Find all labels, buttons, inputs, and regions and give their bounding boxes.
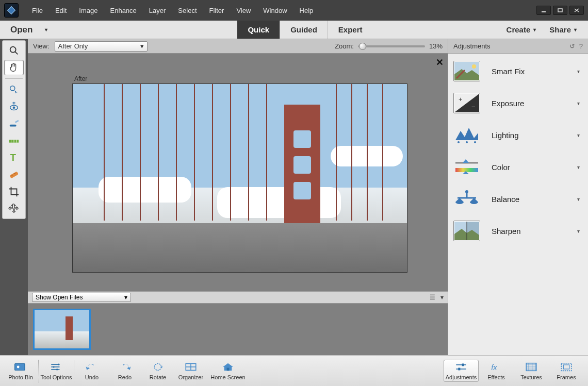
adj-label: Smart Fix <box>492 67 525 76</box>
rotate-button[interactable]: Rotate <box>141 361 174 380</box>
svg-point-23 <box>17 366 20 368</box>
tool-hand[interactable] <box>4 60 24 75</box>
adjustments-header: Adjustments ↺ ? <box>448 39 588 54</box>
balance-icon <box>453 189 480 209</box>
svg-point-7 <box>10 86 15 91</box>
home-screen-button[interactable]: Home Screen <box>207 361 249 380</box>
tool-straighten[interactable] <box>4 133 24 148</box>
chevron-down-icon: ▾ <box>577 69 583 74</box>
menu-window[interactable]: Window <box>257 7 293 14</box>
reset-icon[interactable]: ↺ <box>569 42 575 50</box>
menu-filter[interactable]: Filter <box>203 7 231 14</box>
adj-sharpen[interactable]: Sharpen ▾ <box>453 221 583 241</box>
tool-move[interactable] <box>4 201 24 216</box>
maximize-button[interactable] <box>553 6 567 15</box>
organizer-button[interactable]: Organizer <box>174 361 207 380</box>
bottom-toolbar: Photo Bin Tool Options Undo Redo Rotate … <box>0 355 588 386</box>
open-button[interactable]: Open ▾ <box>0 21 72 39</box>
tool-crop[interactable] <box>4 184 24 199</box>
menu-layer[interactable]: Layer <box>143 7 172 14</box>
photo-bin-button[interactable]: Photo Bin <box>4 361 37 380</box>
show-open-files-label: Show Open Files <box>36 294 83 301</box>
menu-edit[interactable]: Edit <box>49 7 73 14</box>
frames-label: Frames <box>557 374 576 380</box>
thumbnail[interactable] <box>33 309 91 350</box>
tool-zoom[interactable] <box>4 43 24 58</box>
tool-redeye[interactable] <box>4 99 24 114</box>
svg-marker-54 <box>463 159 469 163</box>
color-icon <box>453 157 480 177</box>
separator <box>5 78 23 79</box>
chevron-down-icon: ▾ <box>124 294 127 301</box>
adj-lighting[interactable]: Lighting ▾ <box>453 125 583 145</box>
effects-panel-button[interactable]: fx Effects <box>479 361 514 380</box>
share-button[interactable]: Share ▾ <box>544 25 582 34</box>
cable <box>367 84 368 221</box>
lighting-icon <box>453 125 480 145</box>
menu-view[interactable]: View <box>230 7 257 14</box>
adj-exposure[interactable]: +− Exposure ▾ <box>453 93 583 113</box>
svg-point-51 <box>466 141 468 143</box>
svg-rect-43 <box>563 365 569 369</box>
tool-options-button[interactable]: Tool Options <box>40 361 73 380</box>
menu-enhance[interactable]: Enhance <box>104 7 143 14</box>
show-open-files-dropdown[interactable]: Show Open Files ▾ <box>32 293 131 302</box>
redo-button[interactable]: Redo <box>108 361 141 380</box>
menu-select[interactable]: Select <box>172 7 203 14</box>
adj-balance[interactable]: Balance ▾ <box>453 189 583 209</box>
cable <box>104 84 105 221</box>
tool-options-label: Tool Options <box>40 374 72 380</box>
zoom-slider-thumb[interactable] <box>359 43 366 50</box>
frames-panel-button[interactable]: Frames <box>549 361 584 380</box>
adjustments-panel-button[interactable]: Adjustments <box>444 360 479 382</box>
document-image[interactable] <box>72 83 407 273</box>
svg-line-6 <box>15 52 18 54</box>
tool-heal[interactable] <box>4 167 24 182</box>
svg-rect-12 <box>10 125 17 127</box>
minimize-button[interactable] <box>536 6 551 15</box>
undo-button[interactable]: Undo <box>75 361 108 380</box>
cable <box>336 84 337 221</box>
svg-point-20 <box>11 175 12 176</box>
home-screen-label: Home Screen <box>210 374 245 380</box>
view-dropdown[interactable]: After Only ▾ <box>55 41 148 52</box>
tool-text[interactable]: T <box>4 150 24 165</box>
create-button[interactable]: Create ▾ <box>501 25 542 34</box>
tab-guided[interactable]: Guided <box>280 21 328 39</box>
adj-label: Lighting <box>492 131 519 140</box>
zoom-label: Zoom: <box>335 42 354 50</box>
photobin-bar: Show Open Files ▾ ☰ ▾ <box>28 291 448 304</box>
svg-text:fx: fx <box>491 363 497 372</box>
right-actions: Create ▾ Share ▾ <box>495 21 588 39</box>
adj-smart-fix[interactable]: Smart Fix ▾ <box>453 61 583 81</box>
tab-expert[interactable]: Expert <box>328 21 373 39</box>
svg-rect-42 <box>561 363 571 371</box>
tool-quick-select[interactable] <box>4 82 24 97</box>
create-label: Create <box>507 25 531 34</box>
adj-color[interactable]: Color ▾ <box>453 157 583 177</box>
help-icon[interactable]: ? <box>579 42 583 50</box>
adj-label: Color <box>492 163 510 172</box>
cable <box>140 84 141 221</box>
task-bar: Open ▾ Quick Guided Expert Create ▾ Shar… <box>0 21 588 39</box>
svg-point-28 <box>53 366 55 367</box>
menu-image[interactable]: Image <box>73 7 104 14</box>
close-document-button[interactable]: ✕ <box>436 57 444 68</box>
menu-file[interactable]: File <box>26 7 49 14</box>
cable <box>176 84 177 221</box>
menu-help[interactable]: Help <box>293 7 320 14</box>
svg-rect-19 <box>9 171 18 178</box>
zoom-value: 13% <box>429 42 443 50</box>
cable <box>212 84 213 221</box>
textures-panel-button[interactable]: Textures <box>514 361 549 380</box>
list-icon[interactable]: ☰ <box>430 294 435 301</box>
zoom-slider[interactable] <box>358 45 425 47</box>
cable <box>248 84 249 221</box>
collapse-icon[interactable]: ▾ <box>440 294 444 301</box>
chevron-down-icon: ▾ <box>533 27 536 32</box>
tab-quick[interactable]: Quick <box>237 21 280 39</box>
svg-rect-22 <box>15 364 25 371</box>
close-button[interactable] <box>569 6 584 15</box>
separator <box>74 360 74 382</box>
tool-whiten[interactable] <box>4 116 24 131</box>
